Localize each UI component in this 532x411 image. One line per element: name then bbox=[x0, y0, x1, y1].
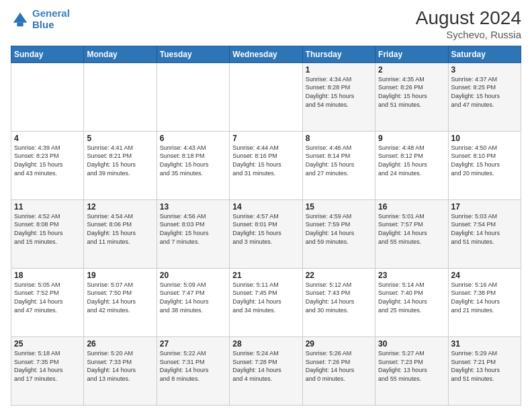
day-number: 2 bbox=[378, 65, 445, 75]
day-number: 24 bbox=[451, 271, 518, 280]
logo: General Blue bbox=[11, 8, 70, 30]
page: General Blue August 2024 Sychevo, Russia… bbox=[0, 0, 532, 411]
day-number: 5 bbox=[87, 134, 153, 143]
day-number: 12 bbox=[87, 202, 153, 212]
day-number: 27 bbox=[160, 339, 226, 349]
calendar-week-row: 25Sunrise: 5:18 AM Sunset: 7:35 PM Dayli… bbox=[11, 336, 521, 405]
day-number: 3 bbox=[451, 65, 518, 75]
day-info: Sunrise: 5:26 AM Sunset: 7:26 PM Dayligh… bbox=[306, 349, 372, 383]
table-row: 10Sunrise: 4:50 AM Sunset: 8:10 PM Dayli… bbox=[448, 131, 521, 199]
day-info: Sunrise: 5:18 AM Sunset: 7:35 PM Dayligh… bbox=[14, 349, 81, 383]
day-info: Sunrise: 4:44 AM Sunset: 8:16 PM Dayligh… bbox=[232, 144, 299, 177]
table-row bbox=[84, 62, 157, 131]
calendar-week-row: 11Sunrise: 4:52 AM Sunset: 8:08 PM Dayli… bbox=[11, 199, 521, 268]
day-number: 13 bbox=[160, 202, 226, 212]
day-number: 29 bbox=[306, 339, 372, 349]
table-row: 21Sunrise: 5:11 AM Sunset: 7:45 PM Dayli… bbox=[230, 268, 302, 336]
day-info: Sunrise: 4:59 AM Sunset: 7:59 PM Dayligh… bbox=[306, 212, 372, 246]
day-number: 21 bbox=[232, 271, 299, 280]
table-row: 3Sunrise: 4:37 AM Sunset: 8:25 PM Daylig… bbox=[448, 62, 521, 131]
logo-line1: General bbox=[32, 7, 70, 19]
table-row: 27Sunrise: 5:22 AM Sunset: 7:31 PM Dayli… bbox=[157, 336, 229, 405]
day-info: Sunrise: 4:54 AM Sunset: 8:06 PM Dayligh… bbox=[87, 212, 153, 246]
day-number: 19 bbox=[87, 271, 153, 280]
table-row: 24Sunrise: 5:16 AM Sunset: 7:38 PM Dayli… bbox=[448, 268, 521, 336]
table-row: 30Sunrise: 5:27 AM Sunset: 7:23 PM Dayli… bbox=[375, 336, 448, 405]
day-info: Sunrise: 4:52 AM Sunset: 8:08 PM Dayligh… bbox=[14, 212, 81, 246]
day-info: Sunrise: 5:07 AM Sunset: 7:50 PM Dayligh… bbox=[87, 281, 153, 314]
day-info: Sunrise: 5:22 AM Sunset: 7:31 PM Dayligh… bbox=[160, 349, 226, 383]
col-wednesday: Wednesday bbox=[230, 46, 302, 62]
day-number: 20 bbox=[160, 271, 226, 280]
day-number: 17 bbox=[451, 202, 518, 212]
day-number: 14 bbox=[232, 202, 299, 212]
table-row: 1Sunrise: 4:34 AM Sunset: 8:28 PM Daylig… bbox=[302, 62, 375, 131]
day-number: 10 bbox=[451, 134, 518, 143]
table-row: 12Sunrise: 4:54 AM Sunset: 8:06 PM Dayli… bbox=[84, 199, 157, 268]
table-row: 16Sunrise: 5:01 AM Sunset: 7:57 PM Dayli… bbox=[375, 199, 448, 268]
calendar-table: Sunday Monday Tuesday Wednesday Thursday… bbox=[11, 46, 521, 406]
day-number: 16 bbox=[378, 202, 445, 212]
day-info: Sunrise: 4:43 AM Sunset: 8:18 PM Dayligh… bbox=[160, 144, 226, 177]
col-monday: Monday bbox=[84, 46, 157, 62]
col-saturday: Saturday bbox=[448, 46, 521, 62]
day-number: 23 bbox=[378, 271, 445, 280]
day-info: Sunrise: 4:37 AM Sunset: 8:25 PM Dayligh… bbox=[451, 75, 518, 109]
table-row: 4Sunrise: 4:39 AM Sunset: 8:23 PM Daylig… bbox=[11, 131, 84, 199]
day-info: Sunrise: 5:09 AM Sunset: 7:47 PM Dayligh… bbox=[160, 281, 226, 314]
table-row bbox=[157, 62, 229, 131]
table-row: 15Sunrise: 4:59 AM Sunset: 7:59 PM Dayli… bbox=[302, 199, 375, 268]
table-row: 6Sunrise: 4:43 AM Sunset: 8:18 PM Daylig… bbox=[157, 131, 229, 199]
day-number: 8 bbox=[306, 134, 372, 143]
day-info: Sunrise: 5:03 AM Sunset: 7:54 PM Dayligh… bbox=[451, 212, 518, 246]
table-row: 11Sunrise: 4:52 AM Sunset: 8:08 PM Dayli… bbox=[11, 199, 84, 268]
day-info: Sunrise: 5:20 AM Sunset: 7:33 PM Dayligh… bbox=[87, 349, 153, 383]
table-row: 18Sunrise: 5:05 AM Sunset: 7:52 PM Dayli… bbox=[11, 268, 84, 336]
day-info: Sunrise: 5:16 AM Sunset: 7:38 PM Dayligh… bbox=[451, 281, 518, 314]
title-block: August 2024 Sychevo, Russia bbox=[416, 8, 521, 40]
header: General Blue August 2024 Sychevo, Russia bbox=[11, 8, 521, 40]
day-number: 6 bbox=[160, 134, 226, 143]
calendar-subtitle: Sychevo, Russia bbox=[416, 29, 521, 40]
day-number: 25 bbox=[14, 339, 81, 349]
day-number: 15 bbox=[306, 202, 372, 212]
day-info: Sunrise: 5:27 AM Sunset: 7:23 PM Dayligh… bbox=[378, 349, 445, 383]
day-info: Sunrise: 4:35 AM Sunset: 8:26 PM Dayligh… bbox=[378, 75, 445, 109]
calendar-title: August 2024 bbox=[416, 8, 521, 29]
day-info: Sunrise: 5:01 AM Sunset: 7:57 PM Dayligh… bbox=[378, 212, 445, 246]
table-row: 20Sunrise: 5:09 AM Sunset: 7:47 PM Dayli… bbox=[157, 268, 229, 336]
table-row: 14Sunrise: 4:57 AM Sunset: 8:01 PM Dayli… bbox=[230, 199, 302, 268]
table-row: 31Sunrise: 5:29 AM Sunset: 7:21 PM Dayli… bbox=[448, 336, 521, 405]
calendar-header-row: Sunday Monday Tuesday Wednesday Thursday… bbox=[11, 46, 521, 62]
day-number: 31 bbox=[451, 339, 518, 349]
day-info: Sunrise: 5:11 AM Sunset: 7:45 PM Dayligh… bbox=[232, 281, 299, 314]
table-row: 26Sunrise: 5:20 AM Sunset: 7:33 PM Dayli… bbox=[84, 336, 157, 405]
logo-line2: Blue bbox=[32, 19, 54, 30]
day-number: 18 bbox=[14, 271, 81, 280]
day-info: Sunrise: 4:48 AM Sunset: 8:12 PM Dayligh… bbox=[378, 144, 445, 177]
day-info: Sunrise: 4:46 AM Sunset: 8:14 PM Dayligh… bbox=[306, 144, 372, 177]
table-row: 28Sunrise: 5:24 AM Sunset: 7:28 PM Dayli… bbox=[230, 336, 302, 405]
logo-icon bbox=[11, 10, 30, 29]
table-row: 13Sunrise: 4:56 AM Sunset: 8:03 PM Dayli… bbox=[157, 199, 229, 268]
day-number: 1 bbox=[306, 65, 372, 75]
day-info: Sunrise: 4:56 AM Sunset: 8:03 PM Dayligh… bbox=[160, 212, 226, 246]
day-number: 30 bbox=[378, 339, 445, 349]
day-info: Sunrise: 5:14 AM Sunset: 7:40 PM Dayligh… bbox=[378, 281, 445, 314]
table-row: 17Sunrise: 5:03 AM Sunset: 7:54 PM Dayli… bbox=[448, 199, 521, 268]
day-number: 26 bbox=[87, 339, 153, 349]
calendar-week-row: 18Sunrise: 5:05 AM Sunset: 7:52 PM Dayli… bbox=[11, 268, 521, 336]
day-info: Sunrise: 4:34 AM Sunset: 8:28 PM Dayligh… bbox=[306, 75, 372, 109]
table-row: 29Sunrise: 5:26 AM Sunset: 7:26 PM Dayli… bbox=[302, 336, 375, 405]
day-number: 11 bbox=[14, 202, 81, 212]
table-row: 7Sunrise: 4:44 AM Sunset: 8:16 PM Daylig… bbox=[230, 131, 302, 199]
day-info: Sunrise: 5:12 AM Sunset: 7:43 PM Dayligh… bbox=[306, 281, 372, 314]
day-info: Sunrise: 4:39 AM Sunset: 8:23 PM Dayligh… bbox=[14, 144, 81, 177]
calendar-week-row: 1Sunrise: 4:34 AM Sunset: 8:28 PM Daylig… bbox=[11, 62, 521, 131]
table-row bbox=[230, 62, 302, 131]
day-info: Sunrise: 5:24 AM Sunset: 7:28 PM Dayligh… bbox=[232, 349, 299, 383]
table-row: 9Sunrise: 4:48 AM Sunset: 8:12 PM Daylig… bbox=[375, 131, 448, 199]
table-row: 22Sunrise: 5:12 AM Sunset: 7:43 PM Dayli… bbox=[302, 268, 375, 336]
col-friday: Friday bbox=[375, 46, 448, 62]
logo-text: General Blue bbox=[32, 8, 70, 30]
